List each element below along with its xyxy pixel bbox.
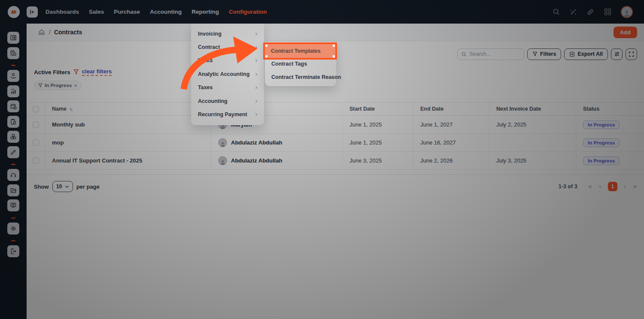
table-row[interactable]: Monthly sub Maryam June 1, 2025 June 1, … [27,116,644,134]
cash-book-icon[interactable] [7,32,19,44]
clipboard-calc-icon[interactable] [7,116,19,128]
show-label: Show [34,184,49,190]
topbar: Dashboards Sales Purchase Accounting Rep… [0,0,644,24]
active-filters-title: Active Filters [34,69,70,75]
person-silhouette-icon [623,9,631,17]
header-status: Status [576,102,644,115]
cell-name: Monthly sub [45,116,211,133]
app-logo[interactable] [8,6,20,18]
search-icon[interactable] [552,8,560,16]
header-name: Name ↑↓ [45,102,211,115]
next-page-button[interactable]: › [624,183,626,190]
contracts-table: Name ↑↓ Start Date End Date Next Invoice… [27,102,644,175]
menu-dashboards[interactable]: Dashboards [46,9,79,15]
menu-item-contract[interactable]: Contract› [191,40,264,54]
export-all-button[interactable]: Export All [564,48,608,60]
table-row[interactable]: Annual IT Support Contract - 2025 Abdula… [27,152,644,170]
table-header-row: Name ↑↓ Start Date End Date Next Invoice… [27,102,644,116]
menu-accounting[interactable]: Accounting [150,9,182,15]
submenu-item-contract-terminate-reason[interactable]: Contract Terminate Reason [265,70,336,84]
add-button[interactable]: Add [614,27,637,38]
main-menu: Dashboards Sales Purchase Accounting Rep… [46,9,267,15]
prev-page-button[interactable]: ‹ [598,183,601,190]
filter-funnel-icon [532,51,538,57]
sort-icon[interactable]: ↑↓ [69,106,72,111]
cell-name: mop [45,134,211,151]
filters-button[interactable]: Filters [527,48,562,60]
menu-item-analytic-accounting[interactable]: Analytic Accounting› [191,67,264,81]
hand-coin-icon[interactable] [7,70,19,82]
fullscreen-button[interactable] [626,48,637,60]
row-checkbox[interactable] [33,121,39,128]
topbar-actions [552,6,644,18]
cell-end-date: June 16, 2027 [413,134,489,151]
pagination-controls: 1-3 of 3 « ‹ 1 › » [559,182,637,191]
menu-item-tasks[interactable]: Tasks› [191,54,264,67]
table-row[interactable]: mop Abdulaziz Abdullah June 1, 2025 June… [27,134,644,152]
menu-item-recurring-payment[interactable]: Recurring Payment› [191,108,264,121]
first-page-button[interactable]: « [588,183,592,190]
headset-icon[interactable] [7,169,19,181]
home-icon[interactable] [38,29,45,36]
sidebar-separator [11,217,15,219]
chevron-right-icon: › [255,30,258,38]
monitor-icon[interactable] [7,199,19,211]
folder-open-icon[interactable] [7,184,19,196]
table-footer-spacer [27,170,644,175]
bar-chart-icon[interactable] [7,85,19,97]
avatar [218,156,227,165]
magic-wand-icon[interactable] [569,8,577,16]
chevron-right-icon: › [255,43,258,51]
select-all-checkbox[interactable] [33,106,39,112]
menu-reporting[interactable]: Reporting [191,9,219,15]
paperclip-icon[interactable] [586,8,594,16]
chip-close-icon[interactable]: × [74,83,77,88]
menu-item-taxes[interactable]: Taxes› [191,81,264,94]
search-input[interactable] [469,51,520,57]
boxes-icon[interactable] [7,131,19,143]
cell-partner: Abdulaziz Abdullah [211,152,343,169]
menu-purchase[interactable]: Purchase [114,9,140,15]
cell-end-date: June 1, 2027 [413,116,489,133]
export-icon [569,51,575,57]
row-checkbox[interactable] [33,157,39,164]
pen-tool-icon[interactable] [7,146,19,158]
header-end-date: End Date [413,102,489,115]
avatar [218,138,227,147]
cell-end-date: June 2, 2026 [413,152,489,169]
breadcrumb-separator: / [49,29,51,36]
list-toolbar: Filters Export All [457,48,637,60]
search-icon [462,51,466,57]
apps-grid-icon[interactable] [604,8,611,16]
settings-gear-icon[interactable] [7,223,19,235]
calculator-coin-icon[interactable] [7,47,19,59]
submenu-item-contract-templates[interactable]: Contract Templates [265,44,336,57]
clear-filters-link[interactable]: clear filters [82,68,112,76]
user-avatar[interactable] [621,6,633,18]
menu-configuration[interactable]: Configuration [229,9,267,15]
menu-item-invoicing[interactable]: Invoicing› [191,27,264,40]
collapse-sidebar-button[interactable] [27,6,38,18]
sidebar-separator [11,65,15,66]
fullscreen-icon [629,51,634,57]
clear-filter-funnel-icon [73,69,79,75]
submenu-item-contract-tags[interactable]: Contract Tags [265,57,336,70]
filter-chip-in-progress[interactable]: In Progress × [34,81,82,90]
cell-name: Annual IT Support Contract - 2025 [45,152,211,169]
chevron-right-icon: › [255,84,258,91]
search-input-wrap [457,48,524,60]
current-page-button[interactable]: 1 [608,182,617,191]
sidebar-separator [11,240,15,241]
cell-next-invoice-date: July 2, 2025 [489,116,576,133]
last-page-button[interactable]: » [633,183,637,190]
column-settings-button[interactable] [611,48,623,60]
status-badge: In Progress [583,156,620,165]
chevron-right-icon: › [255,111,258,118]
status-badge: In Progress [583,120,620,129]
menu-sales[interactable]: Sales [89,9,104,15]
page-size-select[interactable]: 10 [52,181,73,192]
menu-item-accounting[interactable]: Accounting› [191,94,264,108]
row-checkbox[interactable] [33,139,39,146]
logout-icon[interactable] [7,245,19,257]
package-add-icon[interactable] [7,100,19,112]
